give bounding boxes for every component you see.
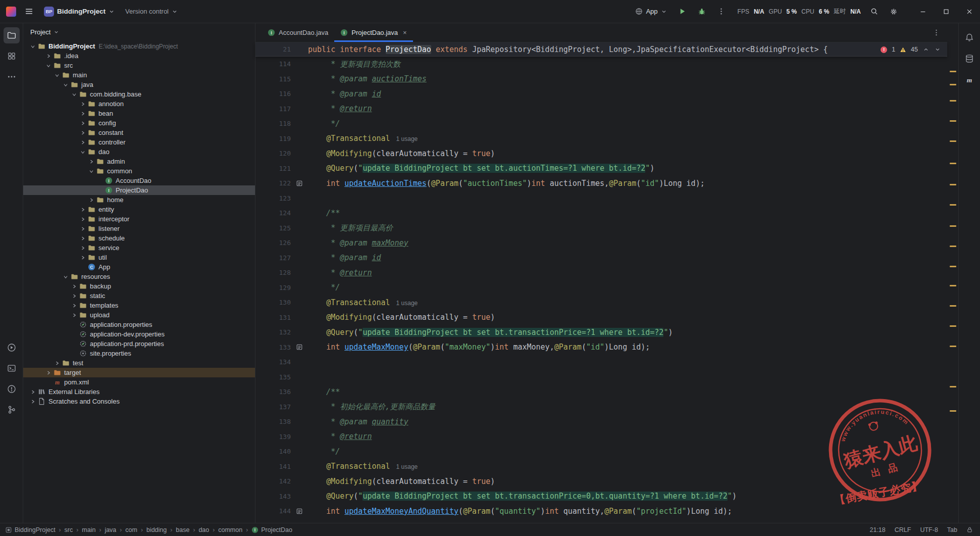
injected-language-gutter-icon[interactable] — [291, 180, 308, 187]
tree-item-pom-xml[interactable]: mpom.xml — [23, 377, 255, 387]
stripe-warn-mark[interactable] — [950, 285, 956, 286]
injected-language-gutter-icon[interactable] — [291, 344, 308, 351]
stripe-warn-mark[interactable] — [950, 266, 956, 267]
chevron-right-icon[interactable] — [78, 234, 87, 242]
code-line-131[interactable]: 131 @Modifying(clearAutomatically = true… — [255, 310, 947, 325]
chevron-down-icon[interactable] — [61, 273, 70, 281]
stripe-warn-mark[interactable] — [950, 305, 956, 307]
main-menu-icon[interactable] — [23, 5, 35, 18]
git-tool-icon[interactable] — [4, 402, 20, 418]
notifications-tool-icon[interactable] — [961, 29, 977, 45]
tree-item-main[interactable]: main — [23, 70, 255, 80]
tree-item-test[interactable]: test — [23, 358, 255, 368]
inspections-widget[interactable]: ! 1 45 — [876, 44, 945, 55]
chevron-right-icon[interactable] — [78, 244, 87, 252]
code-line-124[interactable]: 124 /** — [255, 206, 947, 221]
structure-tool-icon[interactable] — [4, 48, 20, 64]
breadcrumb-java[interactable]: java — [105, 526, 116, 533]
stripe-warn-mark[interactable] — [950, 140, 956, 142]
run-tool-icon[interactable] — [4, 339, 20, 356]
tree-item-common[interactable]: common — [23, 166, 255, 176]
stripe-warn-mark[interactable] — [950, 386, 956, 387]
tree-item-templates[interactable]: templates — [23, 301, 255, 310]
project-panel-header[interactable]: Project — [23, 23, 255, 40]
tree-item-config[interactable]: config — [23, 118, 255, 128]
tree-item-resources[interactable]: resources — [23, 272, 255, 281]
code-line-130[interactable]: 130 @Transactional1 usage — [255, 295, 947, 310]
more-tool-windows-icon[interactable] — [4, 69, 20, 85]
stripe-warn-mark[interactable] — [950, 100, 956, 102]
chevron-right-icon[interactable] — [70, 282, 78, 290]
indent-style[interactable]: Tab — [947, 526, 957, 533]
tree-item-java[interactable]: java — [23, 80, 255, 89]
breadcrumb-main[interactable]: main — [82, 526, 95, 533]
tree-item-app[interactable]: CApp — [23, 262, 255, 272]
chevron-right-icon[interactable] — [44, 369, 53, 377]
stripe-warn-mark[interactable] — [950, 120, 956, 122]
code-line-139[interactable]: 139 * @return — [255, 429, 947, 445]
tree-item-util[interactable]: util — [23, 253, 255, 262]
line-separator[interactable]: CRLF — [895, 526, 911, 533]
tree-item-site-properties[interactable]: site.properties — [23, 349, 255, 358]
chevron-right-icon[interactable] — [78, 215, 87, 223]
stripe-warn-mark[interactable] — [950, 346, 956, 347]
stripe-warn-mark[interactable] — [950, 84, 956, 85]
project-widget[interactable]: BP BiddingProject — [42, 5, 117, 19]
stripe-warn-mark[interactable] — [950, 325, 956, 327]
tree-item-annotion[interactable]: annotion — [23, 99, 255, 109]
breadcrumb-common[interactable]: common — [218, 526, 242, 533]
stripe-warn-mark[interactable] — [950, 163, 956, 164]
chevron-right-icon[interactable] — [87, 196, 95, 204]
tree-item-application-dev-properties[interactable]: application-dev.properties — [23, 329, 255, 339]
breadcrumb-dao[interactable]: dao — [198, 526, 209, 533]
tree-item-scratches-and-consoles[interactable]: Scratches and Consoles — [23, 397, 255, 406]
code-line-118[interactable]: 118 */ — [255, 116, 947, 131]
tree-item-constant[interactable]: constant — [23, 128, 255, 137]
code-line-114[interactable]: 114 * 更新项目竞拍次数 — [255, 57, 947, 72]
chevron-right-icon[interactable] — [78, 206, 87, 214]
minimize-button[interactable] — [917, 6, 929, 17]
more-actions-icon[interactable] — [715, 6, 727, 17]
chevron-right-icon[interactable] — [70, 302, 78, 310]
chevron-right-icon[interactable] — [78, 225, 87, 233]
tree-item-schedule[interactable]: schedule — [23, 233, 255, 243]
debug-button[interactable] — [696, 6, 708, 18]
project-tool-icon[interactable] — [4, 27, 20, 43]
code-line-142[interactable]: 142 @Modifying(clearAutomatically = true… — [255, 474, 947, 489]
code-line-119[interactable]: 119 @Transactional1 usage — [255, 131, 947, 147]
injected-language-gutter-icon[interactable] — [291, 508, 308, 515]
chevron-down-icon[interactable] — [70, 90, 78, 99]
maven-tool-icon[interactable]: m — [961, 72, 977, 88]
tree-item-application-prd-properties[interactable]: application-prd.properties — [23, 339, 255, 349]
chevron-right-icon[interactable] — [70, 311, 78, 319]
code-line-144[interactable]: 144 int updateMaxMoneyAndQuantity(@Param… — [255, 504, 947, 519]
chevron-right-icon[interactable] — [44, 52, 53, 60]
chevron-right-icon[interactable] — [28, 388, 37, 396]
chevron-down-icon[interactable] — [87, 167, 95, 175]
code-line-121[interactable]: 121 @Query("update BiddingProject bt set… — [255, 161, 947, 176]
code-line-120[interactable]: 120 @Modifying(clearAutomatically = true… — [255, 146, 947, 161]
breadcrumb-bidding[interactable]: bidding — [146, 526, 167, 533]
code-line-122[interactable]: 122 int updateAuctionTimes(@Param("aucti… — [255, 176, 947, 191]
run-button[interactable] — [677, 6, 688, 17]
file-encoding[interactable]: UTF-8 — [920, 526, 938, 533]
stripe-warn-mark[interactable] — [950, 71, 956, 72]
stripe-warn-mark[interactable] — [950, 204, 956, 206]
code-line-136[interactable]: 136 /** — [255, 384, 947, 400]
database-tool-icon[interactable] — [961, 51, 977, 67]
code-line-140[interactable]: 140 */ — [255, 444, 947, 459]
tree-item-dao[interactable]: dao — [23, 147, 255, 157]
code-line-133[interactable]: 133 int updateMaxMoney(@Param("maxMoney"… — [255, 340, 947, 355]
read-only-lock-icon[interactable] — [966, 526, 973, 533]
chevron-right-icon[interactable] — [87, 158, 95, 166]
chevron-right-icon[interactable] — [78, 100, 87, 108]
stripe-warn-mark[interactable] — [950, 225, 956, 227]
code-line-126[interactable]: 126 * @param maxMoney — [255, 235, 947, 251]
tab-options-icon[interactable] — [931, 27, 942, 38]
tree-item-idea[interactable]: .idea — [23, 51, 255, 61]
tree-item-controller[interactable]: controller — [23, 137, 255, 147]
code-line-128[interactable]: 128 * @return — [255, 265, 947, 280]
chevron-right-icon[interactable] — [78, 254, 87, 262]
stripe-warn-mark[interactable] — [950, 184, 956, 185]
chevron-down-icon[interactable] — [28, 42, 37, 51]
